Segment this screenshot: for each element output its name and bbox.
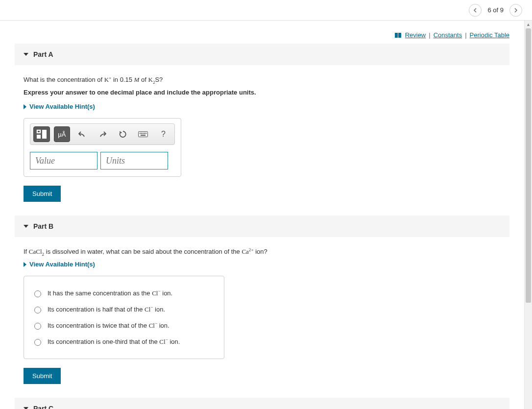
svg-rect-6	[141, 133, 142, 134]
keyboard-button[interactable]	[135, 126, 151, 142]
formula-m: M	[134, 76, 140, 83]
option-3[interactable]: Its concentration is twice that of the C…	[32, 317, 216, 334]
part-c-title: Part C	[33, 405, 53, 409]
formula-cl-minus: Cl−	[159, 338, 168, 345]
part-a-title: Part A	[33, 50, 53, 58]
hints-label: View Available Hint(s)	[29, 103, 95, 110]
undo-button[interactable]	[74, 126, 90, 142]
formula-k-plus: K+	[104, 76, 112, 83]
fraction-template-icon	[36, 129, 47, 139]
scroll-thumb[interactable]	[526, 28, 531, 303]
formula-ca2plus: Ca2+	[242, 248, 253, 255]
next-button[interactable]	[509, 4, 522, 17]
caret-right-icon	[24, 104, 26, 109]
svg-rect-10	[141, 135, 145, 136]
symbols-button[interactable]: μÅ	[54, 126, 71, 142]
option-1[interactable]: It has the same concentration as the Cl−…	[32, 285, 216, 301]
caret-down-icon	[24, 225, 28, 228]
svg-rect-2	[37, 135, 41, 139]
svg-rect-1	[38, 131, 40, 132]
separator: |	[429, 31, 430, 39]
formula-cl-minus: Cl−	[152, 289, 160, 297]
formula-cl-minus: Cl−	[149, 322, 157, 329]
part-a-header[interactable]: Part A	[15, 44, 509, 65]
keyboard-icon	[138, 131, 148, 137]
reset-button[interactable]	[115, 126, 131, 142]
option-3-radio[interactable]	[34, 323, 41, 330]
undo-icon	[78, 131, 86, 138]
option-1-radio[interactable]	[34, 290, 41, 297]
formula-cl-minus: Cl−	[145, 306, 153, 313]
book-icon	[395, 33, 401, 38]
answer-toolbar: μÅ	[30, 123, 175, 145]
part-a: Part A What is the concentration of K+ i…	[15, 44, 509, 202]
option-4[interactable]: Its concentration is one-third that of t…	[32, 334, 216, 350]
part-c: Part C	[15, 398, 509, 409]
part-b: Part B If CaCl2 is dissolved in water, w…	[15, 216, 509, 384]
option-4-radio[interactable]	[34, 339, 41, 346]
part-b-question: If CaCl2 is dissolved in water, what can…	[24, 248, 501, 256]
part-c-header[interactable]: Part C	[15, 398, 509, 409]
help-label: ?	[161, 130, 166, 139]
part-b-title: Part B	[33, 222, 53, 230]
svg-rect-8	[144, 133, 145, 134]
templates-button[interactable]	[33, 126, 50, 142]
constants-link[interactable]: Constants	[434, 31, 462, 39]
svg-rect-5	[140, 133, 141, 134]
option-2[interactable]: Its concentration is half that of the Cl…	[32, 301, 216, 317]
resource-links: Review | Constants | Periodic Table	[0, 21, 524, 44]
units-input[interactable]	[100, 152, 168, 169]
caret-right-icon	[24, 262, 26, 267]
reset-icon	[119, 130, 127, 138]
part-b-header[interactable]: Part B	[15, 216, 509, 237]
part-a-submit-button[interactable]: Submit	[24, 186, 61, 202]
part-a-answer-box: μÅ	[24, 118, 181, 177]
redo-icon	[98, 131, 106, 138]
part-a-instruction: Express your answer to one decimal place…	[24, 89, 501, 96]
help-button[interactable]: ?	[155, 126, 171, 142]
svg-rect-4	[138, 132, 147, 137]
option-2-radio[interactable]	[34, 307, 41, 313]
prev-button[interactable]	[469, 4, 482, 17]
greek-label: μÅ	[58, 131, 66, 138]
part-b-hints-toggle[interactable]: View Available Hint(s)	[24, 261, 501, 268]
top-nav-bar: 6 of 9	[0, 0, 532, 21]
vertical-scrollbar[interactable]: ▲	[524, 21, 532, 409]
value-input[interactable]	[30, 152, 97, 169]
chevron-right-icon	[514, 8, 518, 13]
chevron-left-icon	[473, 8, 477, 13]
scroll-up-arrow[interactable]: ▲	[525, 21, 532, 28]
part-b-options: It has the same concentration as the Cl−…	[24, 276, 224, 359]
svg-rect-7	[143, 133, 144, 134]
part-a-question: What is the concentration of K+ in 0.15 …	[24, 76, 501, 84]
formula-cacl2: CaCl2	[29, 248, 44, 255]
part-a-hints-toggle[interactable]: View Available Hint(s)	[24, 103, 501, 110]
formula-k2s: K2	[148, 76, 155, 83]
svg-rect-9	[145, 133, 146, 134]
periodic-table-link[interactable]: Periodic Table	[470, 31, 509, 39]
separator: |	[465, 31, 466, 39]
caret-down-icon	[24, 53, 28, 56]
hints-label: View Available Hint(s)	[29, 261, 95, 268]
review-link[interactable]: Review	[405, 31, 426, 39]
caret-down-icon	[24, 407, 28, 409]
redo-button[interactable]	[95, 126, 111, 142]
svg-rect-3	[42, 130, 47, 139]
page-position: 6 of 9	[487, 6, 504, 14]
part-b-submit-button[interactable]: Submit	[24, 368, 61, 384]
